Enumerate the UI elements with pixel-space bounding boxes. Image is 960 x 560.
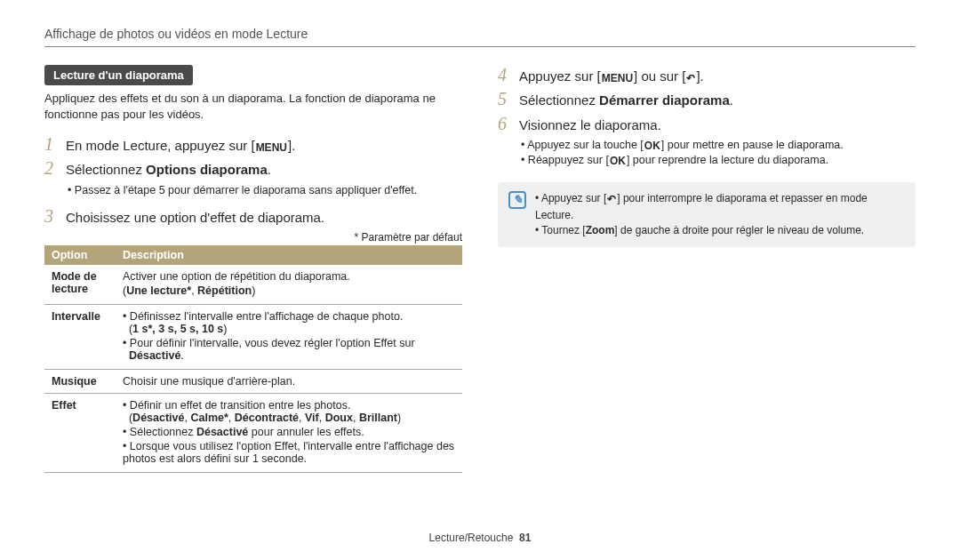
step4-mid: ] ou sur [ [634,68,685,84]
option-desc: Définir un effet de transition entre les… [116,393,462,472]
header-rule [44,46,916,47]
right-column: 4 Appuyez sur [MENU] ou sur [↶]. 5 Sélec… [498,65,916,473]
th-option: Option [44,245,116,265]
menu-key-icon: MENU [255,140,288,155]
sub-text: Réappuyez sur [ [528,154,609,166]
val: , 3 s, 5 s, 10 s [152,323,223,335]
section-chip: Lecture d'un diaporama [44,65,193,85]
desc-line: Activer une option de répétition du diap… [123,270,455,283]
val: Brillant [359,412,397,424]
option-name: Musique [44,369,116,393]
sub-text: ] pour mettre en pause le diaporama. [661,139,844,151]
step-6-sub: Appuyez sur la touche [OK] pour mettre e… [521,138,916,168]
tip-text: Appuyez sur [ [541,192,606,204]
sub-text: Appuyez sur la touche [ [527,139,644,151]
tip-text: Tournez [ [541,224,585,236]
step6-text: Visionnez le diaporama. [519,116,916,134]
table-row: Intervalle Définissez l'intervalle entre… [44,304,462,369]
sub-text: ] pour reprendre la lecture du diaporama… [627,154,828,166]
intro-text: Appliquez des effets et du son à un diap… [44,91,462,122]
val: Doux [325,412,353,424]
step-number: 1 [44,134,57,155]
step-2: 2 Sélectionnez Options diaporama. [44,158,462,179]
tip-text: ] de gauche à droite pour régler le nive… [614,224,864,236]
desc-line: Sélectionnez Désactivé pour annuler les … [123,426,455,438]
ok-key-icon: OK [609,154,627,168]
step5-bold: Démarrer diaporama [599,92,730,108]
param-default-note: * Paramètre par défaut [44,231,462,244]
footer-page-number: 81 [519,532,531,544]
tip-box: ✎ Appuyez sur [↶] pour interrompre le di… [498,182,916,247]
option-desc: Définissez l'intervalle entre l'affichag… [116,304,462,369]
step1-post: ]. [288,138,295,153]
desc-text: pour annuler les effets. [248,426,364,438]
step-4: 4 Appuyez sur [MENU] ou sur [↶]. [498,65,916,85]
table-row: Effet Définir un effet de transition ent… [44,393,462,472]
step4-pre: Appuyez sur [ [519,68,601,84]
step-number: 2 [44,158,57,179]
step5-post: . [730,92,733,108]
page-header: Affichage de photos ou vidéos en mode Le… [44,27,916,41]
step-1: 1 En mode Lecture, appuyez sur [MENU]. [44,134,462,155]
val: Désactivé [196,426,248,438]
step2-sub-text: Passez à l'étape 5 pour démarrer le diap… [75,184,417,196]
step-number: 3 [44,206,57,227]
table-row: Mode de lecture Activer une option de ré… [44,265,462,305]
bullet-icon [123,310,130,323]
step2-post: . [268,162,271,177]
step-3: 3 Choisissez une option d'effet de diapo… [44,206,462,227]
bullet-icon [123,399,130,412]
ok-key-icon: OK [644,139,661,153]
option-name: Effet [44,393,116,472]
step-number: 6 [498,114,510,134]
val: 1 s* [132,323,152,335]
zoom-key: Zoom [586,224,615,236]
bullet-icon [535,192,541,204]
back-key-icon: ↶ [606,192,617,207]
step-2-sub: Passez à l'étape 5 pour démarrer le diap… [68,183,462,198]
desc-text: Définir un effet de transition entre les… [130,399,351,412]
footer-section: Lecture/Retouche [429,532,514,544]
step-5: 5 Sélectionnez Démarrer diaporama. [498,89,916,109]
step2-pre: Sélectionnez [66,162,146,177]
val: Désactivé [129,349,180,362]
option-desc: Activer une option de répétition du diap… [116,265,462,305]
step2-bold: Options diaporama [146,162,268,177]
step-number: 4 [498,65,510,85]
table-row: Musique Choisir une musique d'arrière-pl… [44,369,462,393]
step1-pre: En mode Lecture, appuyez sur [ [66,138,255,153]
tip-icon: ✎ [508,191,526,209]
val: Désactivé [132,412,184,424]
option-desc: Choisir une musique d'arrière-plan. [116,369,462,393]
bullet-icon [123,337,130,349]
left-column: Lecture d'un diaporama Appliquez des eff… [44,65,462,473]
page-footer: Lecture/Retouche 81 [0,532,960,544]
val: Calme* [190,412,228,424]
desc-text: Sélectionnez [130,426,196,438]
desc-line: Lorsque vous utilisez l'option Effet, l'… [123,440,455,465]
desc-line: Définissez l'intervalle entre l'affichag… [123,310,455,335]
back-key-icon: ↶ [685,71,696,85]
step-number: 5 [498,89,510,109]
th-description: Description [116,245,462,265]
val: Répétition [197,284,252,297]
val: Une lecture* [126,284,191,297]
desc-text: Pour définir l'intervalle, vous devez ré… [130,337,415,349]
bullet-icon [123,440,130,452]
options-table: Option Description Mode de lecture Activ… [44,245,462,473]
desc-line: Définir un effet de transition entre les… [123,399,455,424]
tip-list: Appuyez sur [↶] pour interrompre le diap… [535,191,905,238]
step3-text: Choisissez une option d'effet de diapora… [66,209,462,227]
bullet-icon [521,154,528,166]
step4-post: ]. [696,68,703,84]
step5-pre: Sélectionnez [519,92,599,108]
bullet-icon [68,184,75,196]
desc-text: . [180,349,183,362]
desc-text: Lorsque vous utilisez l'option Effet, l'… [123,440,454,465]
bullet-icon [123,426,130,438]
option-name: Mode de lecture [44,265,116,305]
desc-text: Définissez l'intervalle entre l'affichag… [130,310,404,323]
option-name: Intervalle [44,304,116,369]
step-6: 6 Visionnez le diaporama. [498,114,916,134]
val: Vif [305,412,319,424]
